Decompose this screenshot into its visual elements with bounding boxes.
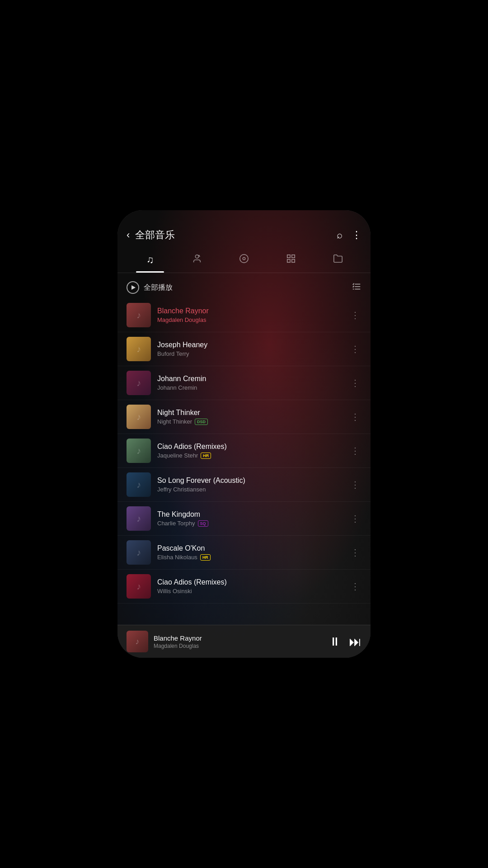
song-title: Joseph Heaney [157,341,343,349]
next-button[interactable]: ⏭ [349,634,361,649]
art-decoration: ♪ [127,540,151,565]
play-all-bar: 全部播放 [117,277,371,298]
song-info: So Long Forever (Acoustic) Jeffry Christ… [157,476,343,493]
quality-badge: DSD [195,419,208,425]
phone-shell: ‹ 全部音乐 ⌕ ⋮ ♫ [117,210,371,658]
album-art: ♪ [127,472,151,497]
play-all-label: 全部播放 [144,283,347,292]
svg-point-1 [240,255,248,263]
song-more-button[interactable]: ⋮ [349,579,361,594]
song-more-button[interactable]: ⋮ [349,308,361,322]
playlist-tab-icon [286,254,296,266]
song-artist: Magdalen Douglas [157,316,206,323]
art-decoration: ♪ [127,303,151,327]
now-playing-controls: ⏸ ⏭ [329,634,361,649]
song-item-4[interactable]: ♪ Night Thinker Night Thinker DSD ⋮ [117,400,371,434]
tab-artist[interactable] [174,249,221,273]
tab-playlist[interactable] [267,249,314,273]
song-item-7[interactable]: ♪ The Kingdom Charlie Torphy SQ ⋮ [117,502,371,536]
back-button[interactable]: ‹ [127,229,130,241]
album-art: ♪ [127,405,151,429]
song-item-9[interactable]: ♪ Ciao Adios (Remixes) Willis Osinski ⋮ [117,570,371,604]
song-more-button[interactable]: ⋮ [349,376,361,390]
quality-badge: HR [201,453,211,459]
song-info: Johann Cremin Johann Cremin [157,375,343,391]
now-playing-info: Blanche Raynor Magdalen Douglas [154,634,324,649]
song-title: Blanche Raynor [157,307,343,315]
song-more-button[interactable]: ⋮ [349,545,361,560]
song-item-2[interactable]: ♪ Joseph Heaney Buford Terry ⋮ [117,332,371,366]
svg-point-0 [195,255,198,258]
song-artist: Buford Terry [157,350,189,357]
song-info: Night Thinker Night Thinker DSD [157,409,343,425]
song-more-button[interactable]: ⋮ [349,443,361,458]
header: ‹ 全部音乐 ⌕ ⋮ [117,228,371,249]
song-item-8[interactable]: ♪ Pascale O'Kon Elisha Nikolaus HR ⋮ [117,536,371,570]
art-decoration: ♪ [127,506,151,531]
now-playing-artist: Magdalen Douglas [154,643,324,649]
play-all-button[interactable] [127,281,139,294]
song-item-1[interactable]: ♪ Blanche Raynor Magdalen Douglas ⋮ [117,298,371,332]
album-art: ♪ [127,371,151,395]
song-title: Johann Cremin [157,375,343,383]
app-container: ‹ 全部音乐 ⌕ ⋮ ♫ [117,210,371,658]
song-item-6[interactable]: ♪ So Long Forever (Acoustic) Jeffry Chri… [117,468,371,502]
song-title: Pascale O'Kon [157,544,343,552]
song-info: Pascale O'Kon Elisha Nikolaus HR [157,544,343,561]
song-artist: Night Thinker [157,418,192,425]
art-decoration: ♪ [127,574,151,599]
artist-tab-icon [192,254,202,266]
album-tab-icon [239,254,249,266]
song-info: Ciao Adios (Remixes) Willis Osinski [157,578,343,594]
art-decoration: ♪ [127,371,151,395]
song-item-5[interactable]: ♪ Ciao Adios (Remixes) Jaqueline Stehr H… [117,434,371,468]
album-art: ♪ [127,337,151,361]
album-art: ♪ [127,574,151,599]
more-icon[interactable]: ⋮ [352,229,361,241]
art-decoration: ♪ [127,472,151,497]
tab-album[interactable] [221,249,267,273]
pause-button[interactable]: ⏸ [329,635,341,649]
song-artist: Johann Cremin [157,384,197,391]
song-more-button[interactable]: ⋮ [349,477,361,492]
song-artist-row: Willis Osinski [157,588,343,594]
album-art: ♪ [127,506,151,531]
tab-folder[interactable] [314,249,361,273]
song-info: Ciao Adios (Remixes) Jaqueline Stehr HR [157,443,343,459]
song-artist-row: Jeffry Christiansen [157,486,343,493]
song-artist-row: Night Thinker DSD [157,418,343,425]
song-title: Ciao Adios (Remixes) [157,578,343,586]
song-artist: Jeffry Christiansen [157,486,206,493]
song-title: The Kingdom [157,510,343,519]
song-title: So Long Forever (Acoustic) [157,476,343,485]
song-info: Blanche Raynor Magdalen Douglas [157,307,343,323]
song-more-button[interactable]: ⋮ [349,410,361,424]
song-artist-row: Charlie Torphy SQ [157,520,343,527]
folder-tab-icon [333,254,343,266]
song-info: The Kingdom Charlie Torphy SQ [157,510,343,527]
nav-tabs: ♫ [117,249,371,273]
song-title: Night Thinker [157,409,343,417]
song-artist: Willis Osinski [157,588,192,594]
now-playing-title: Blanche Raynor [154,634,324,642]
svg-rect-6 [292,259,295,262]
music-tab-icon: ♫ [146,254,154,266]
song-artist-row: Buford Terry [157,350,343,357]
svg-rect-5 [287,259,290,262]
header-icons: ⌕ ⋮ [337,229,361,241]
song-item-3[interactable]: ♪ Johann Cremin Johann Cremin ⋮ [117,366,371,400]
now-playing-bar[interactable]: ♪ Blanche Raynor Magdalen Douglas ⏸ ⏭ [117,625,371,658]
song-more-button[interactable]: ⋮ [349,511,361,526]
sort-icon[interactable] [352,282,361,294]
quality-badge: HR [200,554,211,561]
svg-rect-4 [292,255,295,258]
song-more-button[interactable]: ⋮ [349,342,361,356]
song-artist-row: Elisha Nikolaus HR [157,554,343,561]
tab-music[interactable]: ♫ [127,250,174,272]
svg-point-2 [243,257,245,260]
album-art: ♪ [127,439,151,463]
now-playing-art: ♪ [127,631,148,652]
quality-badge: SQ [198,520,208,527]
search-icon[interactable]: ⌕ [337,229,343,241]
art-decoration: ♪ [127,405,151,429]
